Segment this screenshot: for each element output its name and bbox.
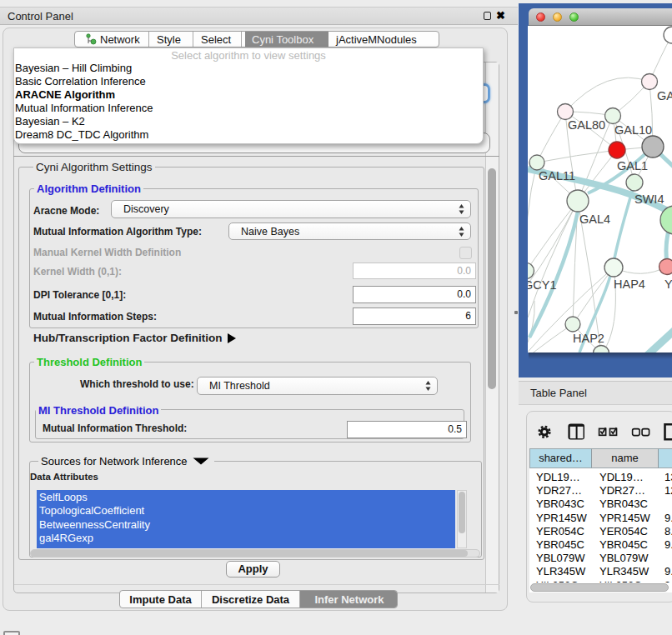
svg-text:GAL80: GAL80 <box>568 118 605 132</box>
svg-text:GAL7: GAL7 <box>657 89 672 102</box>
svg-text:GAL1: GAL1 <box>617 159 648 172</box>
svg-text:Y: Y <box>664 278 672 291</box>
svg-text:HAP4: HAP4 <box>614 278 645 291</box>
svg-text:GAL10: GAL10 <box>614 123 652 137</box>
svg-text:GCY1: GCY1 <box>528 278 557 292</box>
svg-text:GAL4: GAL4 <box>579 212 610 226</box>
svg-text:GAL11: GAL11 <box>539 169 575 182</box>
svg-text:SWI4: SWI4 <box>634 192 664 206</box>
svg-text:HAP2: HAP2 <box>573 332 604 345</box>
